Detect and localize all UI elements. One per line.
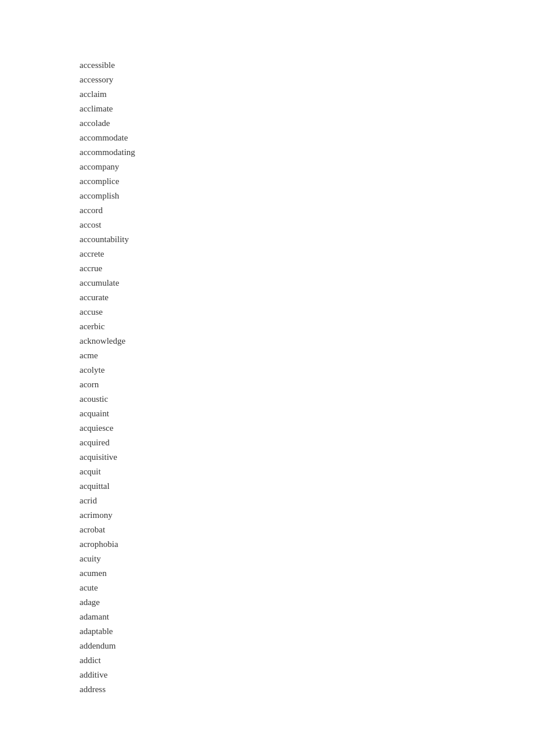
list-item: acute — [80, 581, 534, 595]
list-item: accessible — [80, 58, 534, 73]
list-item: accrete — [80, 247, 534, 261]
list-item: adage — [80, 595, 534, 610]
list-item: addendum — [80, 639, 534, 653]
list-item: acknowledge — [80, 334, 534, 348]
list-item: acrobat — [80, 523, 534, 537]
list-item: additive — [80, 668, 534, 682]
list-item: accolade — [80, 116, 534, 131]
list-item: acquiesce — [80, 421, 534, 435]
list-item: acorn — [80, 377, 534, 392]
list-item: accurate — [80, 290, 534, 305]
list-item: accommodate — [80, 131, 534, 145]
list-item: accommodating — [80, 145, 534, 160]
list-item: acquired — [80, 435, 534, 450]
list-item: acquaint — [80, 406, 534, 421]
list-item: acclaim — [80, 87, 534, 102]
list-item: acme — [80, 348, 534, 363]
list-item: accuse — [80, 305, 534, 319]
list-item: acolyte — [80, 363, 534, 377]
list-item: acclimate — [80, 102, 534, 116]
list-item: accost — [80, 218, 534, 232]
list-item: acrophobia — [80, 537, 534, 552]
list-item: adamant — [80, 610, 534, 624]
list-item: addict — [80, 653, 534, 668]
word-list: accessibleaccessoryacclaimacclimateaccol… — [80, 58, 534, 697]
list-item: accountability — [80, 232, 534, 247]
list-item: acumen — [80, 566, 534, 581]
list-item: acuity — [80, 552, 534, 566]
list-item: acoustic — [80, 392, 534, 406]
list-item: acerbic — [80, 319, 534, 334]
list-item: acrimony — [80, 508, 534, 523]
list-item: accord — [80, 203, 534, 218]
list-item: accumulate — [80, 276, 534, 290]
list-item: acquit — [80, 465, 534, 479]
list-item: acrid — [80, 494, 534, 508]
list-item: adaptable — [80, 624, 534, 639]
list-item: accompany — [80, 160, 534, 174]
list-item: address — [80, 682, 534, 697]
list-item: accrue — [80, 261, 534, 276]
list-item: acquisitive — [80, 450, 534, 465]
list-item: accomplish — [80, 189, 534, 203]
list-item: accessory — [80, 73, 534, 87]
list-item: acquittal — [80, 479, 534, 494]
list-item: accomplice — [80, 174, 534, 189]
